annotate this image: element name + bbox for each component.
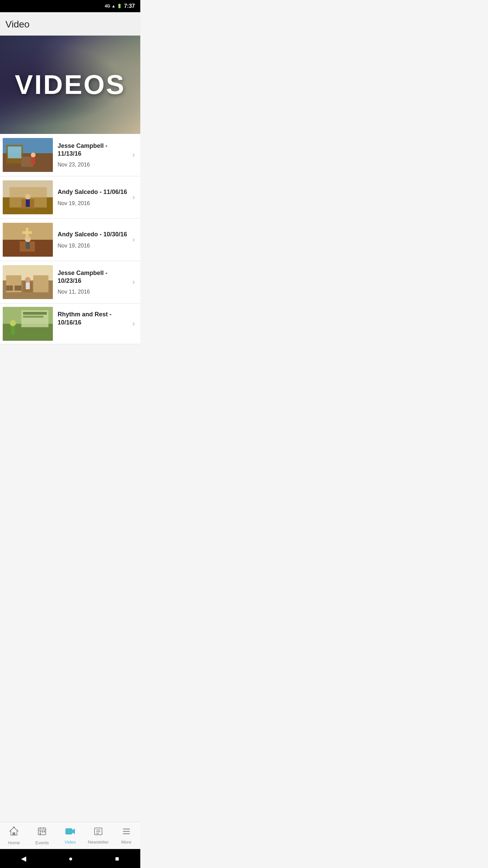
video-date: Nov 23, 2016	[58, 162, 128, 168]
video-list: Jesse Campbell - 11/13/16 Nov 23, 2016 ›	[0, 134, 140, 344]
video-info: Andy Salcedo - 10/30/16 Nov 19, 2016	[58, 231, 128, 249]
video-title: Jesse Campbell - 11/13/16	[58, 142, 128, 158]
video-thumbnail	[3, 138, 53, 172]
video-item[interactable]: Jesse Campbell - 10/23/16 Nov 11, 2016 ›	[0, 261, 140, 303]
video-info: Andy Salcedo - 11/06/16 Nov 19, 2016	[58, 188, 128, 206]
status-bar: 4G ▲ 🔋 7:37	[0, 0, 140, 12]
svg-point-19	[25, 236, 31, 242]
svg-point-5	[31, 153, 36, 157]
page-header: Video	[0, 12, 140, 36]
nav-item-events[interactable]: Events	[28, 824, 56, 848]
video-thumbnail	[3, 180, 53, 214]
battery-icon: 🔋	[117, 4, 122, 8]
video-info: Rhythm and Rest - 10/16/16 Oct 19, 2016	[58, 311, 128, 337]
svg-rect-34	[23, 316, 43, 318]
video-thumbnail	[3, 307, 53, 341]
time-display: 7:37	[124, 3, 135, 9]
bottom-nav: Home Events Video	[0, 822, 140, 849]
video-info: Jesse Campbell - 11/13/16 Nov 23, 2016	[58, 142, 128, 168]
svg-rect-45	[40, 831, 41, 832]
svg-rect-24	[33, 275, 48, 292]
video-item[interactable]: Jesse Campbell - 11/13/16 Nov 23, 2016 ›	[0, 134, 140, 176]
video-item[interactable]: Andy Salcedo - 10/30/16 Nov 19, 2016 ›	[0, 219, 140, 261]
nav-label-home: Home	[8, 840, 20, 845]
chevron-right-icon: ›	[133, 193, 135, 202]
nav-item-more[interactable]: More	[112, 824, 140, 847]
svg-rect-36	[11, 326, 15, 335]
svg-point-12	[25, 194, 30, 199]
home-icon	[9, 826, 19, 838]
video-thumbnail	[3, 265, 53, 299]
video-thumbnail	[3, 223, 53, 257]
svg-point-28	[25, 277, 30, 282]
svg-point-35	[10, 320, 16, 326]
nav-label-more: More	[121, 840, 131, 845]
nav-item-home[interactable]: Home	[0, 824, 28, 848]
svg-rect-20	[26, 242, 30, 249]
newsletter-icon	[94, 827, 103, 837]
video-icon	[65, 827, 76, 837]
svg-marker-50	[72, 829, 75, 834]
chevron-right-icon: ›	[133, 319, 135, 328]
signal-bars-icon: ▲	[111, 4, 116, 8]
nav-label-newsletter: Newsletter	[88, 840, 108, 845]
svg-rect-33	[23, 312, 47, 315]
svg-rect-17	[22, 231, 32, 234]
video-item[interactable]: Andy Salcedo - 11/06/16 Nov 19, 2016 ›	[0, 176, 140, 219]
svg-rect-47	[40, 833, 41, 834]
video-title: Rhythm and Rest - 10/16/16	[58, 311, 128, 327]
signal-icon: 4G	[105, 4, 110, 8]
back-button[interactable]: ◀	[21, 854, 26, 863]
video-date: Nov 11, 2016	[58, 289, 128, 295]
chevron-right-icon: ›	[133, 151, 135, 159]
home-button[interactable]: ●	[68, 855, 73, 863]
svg-rect-13	[26, 199, 30, 207]
video-date: Nov 19, 2016	[58, 243, 128, 249]
video-title: Jesse Campbell - 10/23/16	[58, 269, 128, 285]
video-title: Andy Salcedo - 11/06/16	[58, 188, 128, 196]
nav-item-newsletter[interactable]: Newsletter	[84, 824, 112, 847]
svg-rect-29	[26, 282, 30, 289]
recent-button[interactable]: ■	[115, 855, 119, 863]
svg-rect-46	[42, 831, 43, 832]
video-date: Nov 19, 2016	[58, 200, 128, 206]
nav-item-video[interactable]: Video	[56, 824, 84, 847]
page-title: Video	[5, 19, 135, 30]
svg-rect-38	[13, 832, 15, 835]
video-title: Andy Salcedo - 10/30/16	[58, 231, 128, 238]
svg-rect-26	[15, 285, 21, 291]
hero-banner: VIDEOS	[0, 36, 140, 134]
video-item[interactable]: Rhythm and Rest - 10/16/16 Oct 19, 2016 …	[0, 303, 140, 344]
chevron-right-icon: ›	[133, 235, 135, 244]
nav-label-video: Video	[64, 840, 76, 845]
system-nav: ◀ ● ■	[0, 849, 140, 868]
video-info: Jesse Campbell - 10/23/16 Nov 11, 2016	[58, 269, 128, 295]
svg-rect-49	[65, 828, 72, 834]
events-icon	[37, 826, 47, 838]
svg-rect-48	[44, 831, 45, 832]
chevron-right-icon: ›	[133, 278, 135, 287]
more-icon	[122, 827, 131, 837]
svg-rect-25	[6, 285, 13, 291]
hero-text: VIDEOS	[15, 69, 125, 100]
nav-label-events: Events	[35, 840, 49, 845]
svg-rect-3	[8, 146, 21, 158]
